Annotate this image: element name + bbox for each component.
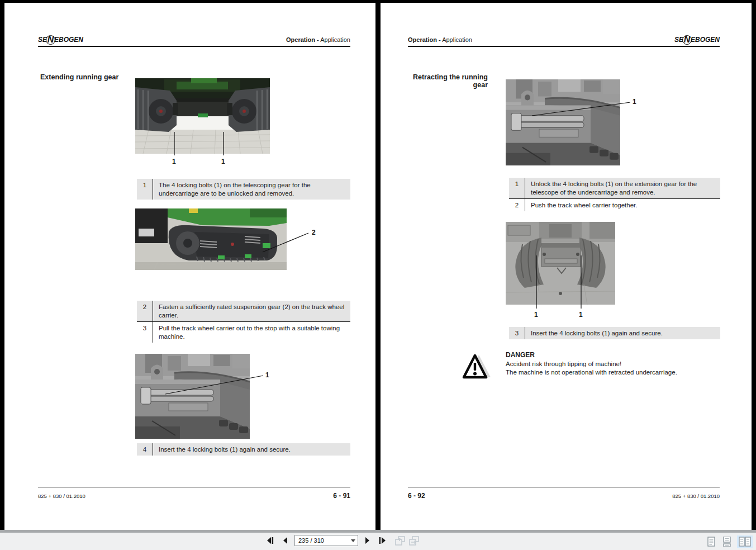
footer-rule	[408, 487, 720, 487]
step-number: 2	[137, 301, 153, 321]
step-row: 1 Unlock the 4 locking bolts (1) on the …	[509, 178, 720, 198]
step-text: Unlock the 4 locking bolts (1) on the ex…	[525, 178, 720, 198]
step-table: 3 Insert the 4 locking bolts (1) again a…	[509, 327, 720, 339]
figure-track-side-view: 2	[135, 208, 325, 273]
step-row: 2 Push the track wheel carrier together.	[509, 198, 720, 211]
danger-line: Accident risk through tipping of machine…	[506, 360, 718, 368]
header-chapter: Operation -	[408, 36, 441, 43]
page-number-input[interactable]	[295, 537, 349, 544]
page-navigation-group	[265, 535, 419, 546]
step-table: 2 Fasten a sufficiently rated suspension…	[137, 301, 350, 343]
sennebogen-logo: SENEBOGEN	[38, 35, 83, 44]
footer-page-number: 6 - 92	[408, 492, 425, 500]
callout-label-1: 1	[579, 311, 583, 318]
step-text: The 4 locking bolts (1) on the telescopi…	[153, 179, 350, 200]
step-row: 3 Insert the 4 locking bolts (1) again a…	[509, 327, 720, 339]
header-section: Application	[320, 36, 350, 43]
callout-label-1: 1	[265, 372, 269, 378]
previous-page-icon	[282, 537, 288, 544]
photo-locking-bolts	[135, 354, 250, 439]
figure-undercarriage-below: 1 1	[135, 78, 280, 168]
sennebogen-logo: SENEBOGEN	[674, 35, 720, 44]
callout-label-1: 1	[633, 98, 636, 105]
document-page-left: SENEBOGEN Operation - Application Extend…	[4, 3, 375, 530]
step-text: Fasten a sufficiently rated suspension g…	[153, 301, 350, 321]
page-header: Operation - Application	[408, 36, 472, 43]
last-page-button[interactable]	[377, 535, 388, 546]
footer-page-number: 6 - 91	[333, 492, 350, 500]
step-table: 1 Unlock the 4 locking bolts (1) on the …	[509, 178, 720, 211]
callout-label-1: 1	[221, 158, 225, 165]
next-page-button[interactable]	[363, 535, 372, 546]
step-number: 4	[137, 443, 153, 456]
footer-rule	[38, 487, 350, 487]
section-heading: Retracting the running gear	[392, 73, 488, 89]
step-text: Insert the 4 locking bolts (1) again and…	[153, 443, 350, 456]
step-table: 4 Insert the 4 locking bolts (1) again a…	[137, 443, 350, 456]
header-rule	[408, 46, 720, 47]
footer-document-code: 825 + 830 / 01.2010	[38, 493, 85, 499]
step-number: 1	[509, 178, 525, 198]
step-row: 1 The 4 locking bolts (1) on the telesco…	[137, 179, 350, 200]
section-heading-line1: Retracting the running	[392, 73, 488, 81]
photo-track-side-view	[135, 208, 287, 270]
page-header: Operation - Application	[286, 36, 350, 43]
photo-locking-bolts	[506, 79, 620, 165]
header-section: Application	[442, 36, 472, 43]
callout-label-1: 1	[172, 158, 176, 165]
callout-label-1: 1	[534, 311, 538, 318]
step-text: Push the track wheel carrier together.	[525, 199, 720, 211]
danger-line: The machine is not operational with retr…	[506, 368, 718, 377]
figure-locking-bolts: 1	[506, 79, 648, 168]
step-number: 2	[509, 199, 525, 211]
document-page-right: Operation - Application SENEBOGEN Retrac…	[381, 3, 752, 530]
first-page-icon	[266, 537, 274, 544]
callout-label-2: 2	[312, 229, 316, 236]
step-row: 4 Insert the 4 locking bolts (1) again a…	[137, 443, 350, 456]
pdf-viewer-canvas: SENEBOGEN Operation - Application Extend…	[0, 0, 756, 550]
step-text: Pull the track wheel carrier out to the …	[153, 322, 350, 343]
figure-retracted-undercarriage: 1 1	[506, 222, 617, 324]
header-chapter: Operation -	[286, 36, 319, 43]
combobox-dropdown-icon[interactable]	[349, 535, 358, 546]
step-number: 1	[137, 179, 153, 200]
logo-text: EBOGEN	[54, 36, 83, 44]
section-heading: Extending running gear	[40, 73, 118, 81]
footer-document-code: 825 + 830 / 01.2010	[672, 493, 720, 499]
photo-retracted-undercarriage	[506, 222, 615, 305]
step-row: 2 Fasten a sufficiently rated suspension…	[137, 301, 350, 321]
step-text: Insert the 4 locking bolts (1) again and…	[525, 327, 720, 339]
view-history-group	[395, 536, 419, 546]
step-number: 3	[509, 327, 525, 339]
facing-pages-view-icon[interactable]	[737, 535, 753, 548]
logo-n-emblem-icon: N	[46, 35, 55, 45]
previous-view-icon[interactable]	[395, 536, 405, 546]
warning-triangle-icon	[462, 354, 492, 381]
logo-n-emblem-icon: N	[682, 35, 692, 45]
header-rule	[38, 46, 350, 47]
step-table: 1 The 4 locking bolts (1) on the telesco…	[137, 179, 350, 200]
view-mode-group	[706, 535, 753, 548]
first-page-button[interactable]	[265, 535, 275, 546]
section-heading-line2: gear	[392, 81, 488, 89]
danger-title: DANGER	[506, 351, 718, 359]
next-view-icon[interactable]	[409, 536, 419, 546]
viewer-toolbar	[0, 530, 756, 550]
continuous-view-icon[interactable]	[721, 535, 733, 548]
next-page-icon	[364, 537, 371, 544]
last-page-icon	[378, 537, 387, 544]
step-row: 3 Pull the track wheel carrier out to th…	[137, 321, 350, 343]
step-number: 3	[137, 322, 153, 343]
logo-text: EBOGEN	[691, 36, 720, 44]
photo-undercarriage-below	[135, 78, 270, 154]
single-page-view-icon[interactable]	[706, 535, 717, 548]
danger-block: DANGER Accident risk through tipping of …	[506, 351, 718, 377]
figure-locking-bolts: 1	[135, 354, 278, 442]
previous-page-button[interactable]	[280, 535, 289, 546]
page-number-combobox[interactable]	[294, 535, 358, 546]
